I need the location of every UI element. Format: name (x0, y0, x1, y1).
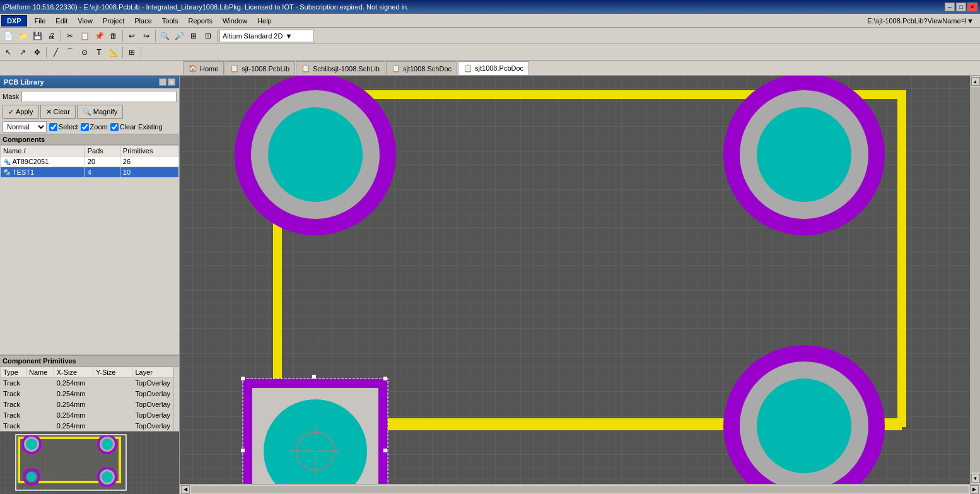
pcbdoc-icon: 📋 (464, 64, 472, 73)
select-checkbox-label[interactable]: Select (49, 123, 78, 131)
zoom-checkbox-label[interactable]: Zoom (81, 123, 108, 131)
menu-reports[interactable]: Reports (183, 15, 218, 27)
menu-window[interactable]: Window (218, 15, 252, 27)
table-row[interactable]: 🔩 TEST1 4 10 (1, 167, 179, 178)
tb-save[interactable]: 💾 (30, 29, 44, 43)
tb-select[interactable]: ↖ (1, 45, 15, 59)
scroll-up-arrow[interactable]: ▲ (971, 77, 980, 86)
scroll-track-v[interactable] (971, 87, 980, 473)
table-row[interactable]: Track 0.254mm TopOverlay (1, 389, 179, 399)
tb-new[interactable]: 📄 (1, 29, 15, 43)
tab-pcblib[interactable]: 📋 sjt-1008.PcbLib (225, 61, 295, 75)
toolbar-1: 📄 📁 💾 🖨 ✂ 📋 📌 🗑 ↩ ↪ 🔍 🔎 ⊞ ⊡ Altium Stand… (0, 28, 980, 44)
tb-copy[interactable]: 📋 (78, 29, 91, 43)
panel-close-button[interactable]: × (168, 78, 175, 86)
scroll-down-arrow[interactable]: ▼ (971, 474, 980, 483)
mask-input[interactable] (21, 91, 177, 102)
maximize-button[interactable]: □ (956, 3, 966, 11)
tb-deselect[interactable]: ↗ (16, 45, 30, 59)
menu-file[interactable]: File (30, 15, 51, 27)
tab-schlib-label: sjt1008.SchDoc (403, 65, 452, 73)
tab-schlibsjt[interactable]: 📋 Schlibsjt-1008.SchLib (296, 61, 385, 75)
view-dropdown-label: Altium Standard 2D (223, 32, 283, 40)
tb-grid[interactable]: ⊞ (125, 45, 139, 59)
tab-home[interactable]: 🏠 Home (183, 61, 224, 75)
tb-pad[interactable]: ⊙ (78, 45, 91, 59)
table-row[interactable]: 🔩 AT89C2051 20 26 (1, 156, 179, 167)
prim-layer-0: TopOverlay (132, 378, 179, 389)
hscroll-left-arrow[interactable]: ◀ (181, 485, 190, 494)
prim-type-4: Track (1, 421, 26, 432)
svg-text:4: 4 (308, 136, 324, 167)
schlib-icon: 📋 (392, 64, 400, 73)
prim-layer-header[interactable]: Layer (132, 367, 179, 378)
hscroll-track[interactable] (191, 486, 969, 493)
hscroll-right-arrow[interactable]: ▶ (970, 485, 979, 494)
pcblib-icon: 📋 (230, 64, 239, 73)
prim-xsize-1: 0.254mm (54, 389, 93, 399)
tb-zoom-out[interactable]: 🔎 (172, 29, 186, 43)
col-primitives-header[interactable]: Primitives (120, 146, 178, 156)
tb-undo[interactable]: ↩ (125, 29, 139, 43)
table-row[interactable]: Track 0.254mm TopOverlay (1, 378, 179, 389)
right-scrollbar[interactable]: ▲ ▼ (970, 76, 980, 484)
tab-schlib[interactable]: 📋 sjt1008.SchDoc (386, 61, 457, 75)
table-row[interactable]: Track 0.254mm TopOverlay (1, 410, 179, 421)
minimize-button[interactable]: ─ (945, 3, 955, 11)
toolbar-2: ↖ ↗ ✥ ╱ ⌒ ⊙ T 📐 ⊞ (0, 44, 980, 61)
menu-place[interactable]: Place (129, 15, 157, 27)
prim-xsize-header[interactable]: X-Size (54, 367, 93, 378)
clear-button[interactable]: ✕ Clear (40, 105, 76, 119)
tb-zoom-in[interactable]: 🔍 (158, 29, 172, 43)
tb-zoom-fit[interactable]: ⊞ (187, 29, 201, 43)
zoom-label: Zoom (90, 123, 108, 131)
panel-float-button[interactable]: _ (159, 78, 166, 86)
tb-redo[interactable]: ↪ (139, 29, 153, 43)
comp-primitives-1: 10 (120, 167, 178, 178)
tab-schlibsjt-label: Schlibsjt-1008.SchLib (313, 65, 380, 73)
tb-paste[interactable]: 📌 (92, 29, 106, 43)
tb-arc[interactable]: ⌒ (63, 45, 77, 59)
menu-edit[interactable]: Edit (50, 15, 73, 27)
svg-rect-37 (312, 375, 316, 379)
table-row[interactable]: Track 0.254mm TopOverlay (1, 399, 179, 410)
tb-move[interactable]: ✥ (30, 45, 44, 59)
prim-ysize-header[interactable]: Y-Size (93, 367, 132, 378)
tb-text[interactable]: T (92, 45, 106, 59)
tb-line[interactable]: ╱ (49, 45, 62, 59)
tb-cut[interactable]: ✂ (63, 29, 77, 43)
clear-existing-checkbox[interactable] (110, 123, 119, 131)
tb-open[interactable]: 📁 (16, 29, 30, 43)
col-name-header[interactable]: Name / (1, 146, 85, 156)
col-pads-header[interactable]: Pads (85, 146, 120, 156)
prim-layer-1: TopOverlay (132, 389, 179, 399)
menu-view[interactable]: View (73, 15, 98, 27)
select-checkbox[interactable] (49, 123, 57, 131)
magnify-label: Magnify (93, 108, 118, 115)
dxp-menu[interactable]: DXP (1, 15, 27, 26)
primitives-scrollbar[interactable] (173, 367, 179, 431)
menu-tools[interactable]: Tools (157, 15, 184, 27)
zoom-checkbox[interactable] (81, 123, 89, 131)
table-row[interactable]: Track 0.254mm TopOverlay (1, 421, 179, 432)
prim-type-header[interactable]: Type (1, 367, 26, 378)
primitives-scroll-area[interactable]: Type Name X-Size Y-Size Layer Track 0.25… (0, 367, 179, 431)
tb-delete[interactable]: 🗑 (107, 29, 120, 43)
apply-button[interactable]: ✓ Apply (3, 105, 39, 119)
prim-name-header[interactable]: Name (26, 367, 54, 378)
pcb-canvas[interactable]: 4 3 2 (180, 76, 970, 484)
sep6 (122, 47, 123, 58)
clear-existing-checkbox-label[interactable]: Clear Existing (110, 123, 163, 131)
filter-mode-select[interactable]: Normal Mask Dim (3, 121, 47, 132)
view-dropdown[interactable]: Altium Standard 2D ▼ (219, 30, 314, 42)
close-button[interactable]: ✕ (967, 3, 977, 11)
tb-zoom-sel[interactable]: ⊡ (201, 29, 215, 43)
components-area[interactable]: Name / Pads Primitives 🔩 AT89C2051 (0, 145, 179, 355)
menu-project[interactable]: Project (98, 15, 129, 27)
tab-pcbdoc[interactable]: 📋 sjt1008.PcbDoc (458, 61, 529, 75)
bottom-scrollbar[interactable]: ◀ ▶ (180, 484, 980, 494)
magnify-button[interactable]: 🔍 Magnify (77, 105, 124, 119)
menu-help[interactable]: Help (252, 15, 277, 27)
tb-measure[interactable]: 📐 (107, 45, 120, 59)
tb-print[interactable]: 🖨 (45, 29, 59, 43)
